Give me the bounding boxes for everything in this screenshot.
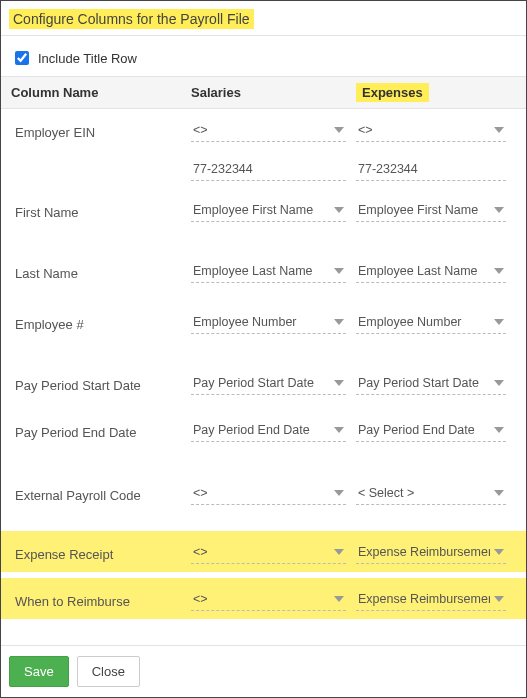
expenses-dropdown[interactable]: <> [356,119,506,142]
svg-marker-4 [334,268,344,274]
expenses-dropdown[interactable]: Employee Last Name [356,260,506,283]
include-title-row-checkbox[interactable] [15,51,29,65]
row-label: Employer EIN [11,119,191,146]
expenses-dropdown[interactable]: Employee First Name [356,199,506,222]
dialog-body: Include Title Row Column Name Salaries E… [1,35,526,649]
salaries-dropdown[interactable]: Employee First Name [191,199,346,222]
row-label: Pay Period End Date [11,419,191,446]
dropdown-value: Employee Number [193,315,330,329]
expenses-dropdown[interactable]: < Select > [356,482,506,505]
header-expenses: Expenses [356,85,506,100]
salaries-dropdown[interactable]: <> [191,541,346,564]
dropdown-value: Employee Last Name [193,264,330,278]
svg-marker-3 [494,207,504,213]
chevron-down-icon [334,425,344,435]
chevron-down-icon [494,488,504,498]
dialog-footer: Save Close [1,645,526,697]
table-row: First NameEmployee First NameEmployee Fi… [1,189,526,230]
dropdown-value: Expense Reimbursement [358,592,490,606]
dropdown-value: <> [358,123,490,137]
salaries-custom-value[interactable]: 77-232344 [191,158,346,181]
close-button[interactable]: Close [77,656,140,687]
chevron-down-icon [494,594,504,604]
dropdown-value: <> [193,592,330,606]
dialog-frame: Configure Columns for the Payroll File I… [0,0,527,698]
row-label: Pay Period Start Date [11,372,191,399]
svg-marker-1 [494,127,504,133]
table-header: Column Name Salaries Expenses [1,76,526,109]
chevron-down-icon [494,547,504,557]
dropdown-value: <> [193,123,330,137]
svg-marker-11 [494,427,504,433]
dropdown-value: < Select > [358,486,490,500]
chevron-down-icon [334,125,344,135]
chevron-down-icon [334,317,344,327]
table-row: Pay Period Start DatePay Period Start Da… [1,362,526,403]
svg-marker-8 [334,380,344,386]
dropdown-value: Employee First Name [193,203,330,217]
chevron-down-icon [334,547,344,557]
salaries-dropdown[interactable]: <> [191,482,346,505]
dropdown-value: Employee Number [358,315,490,329]
chevron-down-icon [334,594,344,604]
svg-marker-5 [494,268,504,274]
include-title-row-label: Include Title Row [38,51,137,66]
save-button[interactable]: Save [9,656,69,687]
chevron-down-icon [334,266,344,276]
dropdown-value: <> [193,545,330,559]
custom-value-row: 77-23234477-232344 [1,150,526,185]
row-label: First Name [11,199,191,226]
expenses-dropdown[interactable]: Pay Period Start Date [356,372,506,395]
salaries-dropdown[interactable]: Employee Last Name [191,260,346,283]
svg-marker-12 [334,490,344,496]
salaries-dropdown[interactable]: Pay Period Start Date [191,372,346,395]
dialog-title: Configure Columns for the Payroll File [1,1,526,35]
row-label: Employee # [11,311,191,338]
chevron-down-icon [494,317,504,327]
table-row: External Payroll Code<>< Select > [1,472,526,513]
svg-marker-13 [494,490,504,496]
rows-container: Employer EIN<><>77-23234477-232344First … [1,109,526,625]
dialog-title-text: Configure Columns for the Payroll File [9,9,254,29]
expenses-dropdown[interactable]: Expense Reimbursement [356,588,506,611]
expenses-dropdown[interactable]: Expense Reimbursement [356,541,506,564]
dropdown-value: Pay Period Start Date [193,376,330,390]
svg-marker-9 [494,380,504,386]
expenses-custom-value[interactable]: 77-232344 [356,158,506,181]
row-label: External Payroll Code [11,482,191,509]
svg-marker-17 [494,596,504,602]
dropdown-value: Pay Period End Date [193,423,330,437]
dropdown-value: Pay Period End Date [358,423,490,437]
chevron-down-icon [494,266,504,276]
svg-marker-16 [334,596,344,602]
table-row: Employer EIN<><> [1,109,526,150]
chevron-down-icon [494,205,504,215]
svg-marker-10 [334,427,344,433]
dropdown-value: Employee First Name [358,203,490,217]
salaries-dropdown[interactable]: Employee Number [191,311,346,334]
dropdown-value: Expense Reimbursement [358,545,490,559]
salaries-dropdown[interactable]: <> [191,588,346,611]
chevron-down-icon [494,125,504,135]
expenses-dropdown[interactable]: Employee Number [356,311,506,334]
include-title-row: Include Title Row [1,42,526,76]
chevron-down-icon [334,205,344,215]
dropdown-value: Employee Last Name [358,264,490,278]
header-salaries: Salaries [191,85,356,100]
svg-marker-7 [494,319,504,325]
header-expenses-text: Expenses [356,83,429,102]
table-row: Last NameEmployee Last NameEmployee Last… [1,250,526,291]
svg-marker-6 [334,319,344,325]
expenses-dropdown[interactable]: Pay Period End Date [356,419,506,442]
divider [1,35,526,36]
salaries-dropdown[interactable]: Pay Period End Date [191,419,346,442]
dropdown-value: Pay Period Start Date [358,376,490,390]
svg-marker-2 [334,207,344,213]
table-row: Pay Period End DatePay Period End DatePa… [1,409,526,450]
table-row: When to Reimburse<>Expense Reimbursement [1,578,526,619]
chevron-down-icon [334,378,344,388]
chevron-down-icon [334,488,344,498]
salaries-dropdown[interactable]: <> [191,119,346,142]
row-label: When to Reimburse [11,588,191,615]
row-label: Expense Receipt [11,541,191,568]
